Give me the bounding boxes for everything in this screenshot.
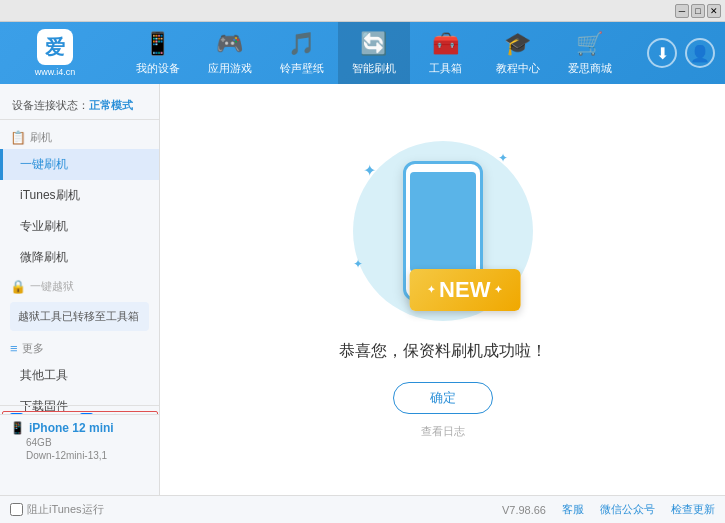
ringtones-icon: 🎵 <box>288 31 315 57</box>
daily-log-link[interactable]: 查看日志 <box>421 424 465 439</box>
flash-section-title: 刷机 <box>30 130 52 145</box>
nav-toolbox-label: 工具箱 <box>429 61 462 76</box>
close-button[interactable]: ✕ <box>707 4 721 18</box>
smart-flash-icon: 🔄 <box>360 31 387 57</box>
device-status: 设备连接状态：正常模式 <box>0 92 159 120</box>
nav-tutorials[interactable]: 🎓 教程中心 <box>482 22 554 84</box>
sidebar: 设备连接状态：正常模式 📋 刷机 一键刷机 iTunes刷机 专业刷机 微降刷机… <box>0 84 160 495</box>
stop-itunes-label: 阻止iTunes运行 <box>27 502 104 517</box>
shop-icon: 🛒 <box>576 31 603 57</box>
update-link[interactable]: 检查更新 <box>671 502 715 517</box>
sparkle-icon-3: ✦ <box>353 257 363 271</box>
sidebar-section-flash: 📋 刷机 <box>0 124 159 149</box>
my-device-icon: 📱 <box>144 31 171 57</box>
sparkle-icon-1: ✦ <box>363 161 376 180</box>
toolbox-icon: 🧰 <box>432 31 459 57</box>
more-section-title: 更多 <box>22 341 44 356</box>
logo[interactable]: 爱 www.i4.cn <box>10 29 100 77</box>
device-phone-icon: 📱 <box>10 421 25 435</box>
nav-apps-games[interactable]: 🎮 应用游戏 <box>194 22 266 84</box>
sidebar-item-other-tools[interactable]: 其他工具 <box>0 360 159 391</box>
nav-toolbox[interactable]: 🧰 工具箱 <box>410 22 482 84</box>
bottom-bar: 阻止iTunes运行 V7.98.66 客服 微信公众号 检查更新 <box>0 495 725 523</box>
device-storage: 64GB <box>10 437 150 448</box>
jailbreak-section-title: 一键越狱 <box>30 279 74 294</box>
jailbreak-note: 越狱工具已转移至工具箱 <box>10 302 149 331</box>
device-version: Down-12mini-13,1 <box>10 450 150 461</box>
minimize-button[interactable]: ─ <box>675 4 689 18</box>
sidebar-item-one-click-flash[interactable]: 一键刷机 <box>0 149 159 180</box>
nav-shop[interactable]: 🛒 爱思商城 <box>554 22 626 84</box>
logo-icon: 爱 <box>37 29 73 65</box>
version-text: V7.98.66 <box>502 504 546 516</box>
support-link[interactable]: 客服 <box>562 502 584 517</box>
jailbreak-section-icon: 🔒 <box>10 279 26 294</box>
tutorials-icon: 🎓 <box>504 31 531 57</box>
sparkle-icon-2: ✦ <box>498 151 508 165</box>
nav-ringtones[interactable]: 🎵 铃声壁纸 <box>266 22 338 84</box>
nav-smart-flash-label: 智能刷机 <box>352 61 396 76</box>
nav-shop-label: 爱思商城 <box>568 61 612 76</box>
header: 爱 www.i4.cn 📱 我的设备 🎮 应用游戏 🎵 铃声壁纸 🔄 智能刷机 … <box>0 22 725 84</box>
apps-games-icon: 🎮 <box>216 31 243 57</box>
sidebar-item-itunes-flash[interactable]: iTunes刷机 <box>0 180 159 211</box>
phone-illustration: ✦ ✦ ✦ NEW <box>343 141 543 321</box>
phone-screen <box>410 172 476 272</box>
sidebar-section-jailbreak: 🔒 一键越狱 <box>0 273 159 298</box>
nav-smart-flash[interactable]: 🔄 智能刷机 <box>338 22 410 84</box>
device-info: 📱 iPhone 12 mini 64GB Down-12mini-13,1 <box>0 414 160 467</box>
more-section-icon: ≡ <box>10 341 18 356</box>
confirm-button[interactable]: 确定 <box>393 382 493 414</box>
nav-my-device[interactable]: 📱 我的设备 <box>122 22 194 84</box>
bottom-right: V7.98.66 客服 微信公众号 检查更新 <box>502 502 715 517</box>
main-area: 设备连接状态：正常模式 📋 刷机 一键刷机 iTunes刷机 专业刷机 微降刷机… <box>0 84 725 495</box>
device-name: 📱 iPhone 12 mini <box>10 421 150 435</box>
download-button[interactable]: ⬇ <box>647 38 677 68</box>
account-button[interactable]: 👤 <box>685 38 715 68</box>
wechat-link[interactable]: 微信公众号 <box>600 502 655 517</box>
stop-itunes-checkbox[interactable] <box>10 503 23 516</box>
content-area: ✦ ✦ ✦ NEW 恭喜您，保资料刷机成功啦！ 确定 查看日志 <box>160 84 725 495</box>
header-right: ⬇ 👤 <box>647 38 715 68</box>
status-value: 正常模式 <box>89 99 133 111</box>
sidebar-item-pro-flash[interactable]: 专业刷机 <box>0 211 159 242</box>
nav-bar: 📱 我的设备 🎮 应用游戏 🎵 铃声壁纸 🔄 智能刷机 🧰 工具箱 🎓 教程中心… <box>100 22 647 84</box>
nav-ringtones-label: 铃声壁纸 <box>280 61 324 76</box>
logo-url: www.i4.cn <box>35 67 76 77</box>
nav-my-device-label: 我的设备 <box>136 61 180 76</box>
sidebar-item-downgrade-flash[interactable]: 微降刷机 <box>0 242 159 273</box>
sidebar-section-more: ≡ 更多 <box>0 335 159 360</box>
flash-section-icon: 📋 <box>10 130 26 145</box>
nav-tutorials-label: 教程中心 <box>496 61 540 76</box>
title-bar: ─ □ ✕ <box>0 0 725 22</box>
bottom-left: 阻止iTunes运行 <box>10 502 104 517</box>
success-message: 恭喜您，保资料刷机成功啦！ <box>339 341 547 362</box>
new-badge: NEW <box>409 269 520 311</box>
nav-apps-games-label: 应用游戏 <box>208 61 252 76</box>
status-label: 设备连接状态： <box>12 99 89 111</box>
maximize-button[interactable]: □ <box>691 4 705 18</box>
